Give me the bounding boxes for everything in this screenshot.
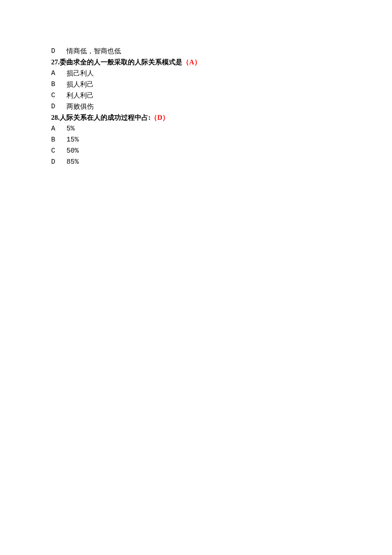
question-27: 27. 委曲求全的人一般采取的人际关系模式是 （A）: [51, 57, 341, 67]
question-text: 委曲求全的人一般采取的人际关系模式是: [60, 57, 182, 67]
question-text: 人际关系在人的成功过程中占:: [60, 113, 150, 123]
question-answer: （A）: [182, 57, 201, 67]
option-text: 50%: [66, 146, 341, 156]
question-number: 28.: [51, 113, 60, 123]
question-number: 27.: [51, 57, 60, 67]
question-28-option-a: A 5%: [51, 124, 341, 134]
option-text: 15%: [66, 135, 341, 145]
option-text: 损人利己: [66, 79, 341, 90]
question-27-option-a: A 损己利人: [51, 68, 341, 78]
question-28-option-b: B 15%: [51, 135, 341, 145]
prev-question-option-d: D 情商低，智商也低: [51, 46, 341, 56]
question-28-option-d: D 85%: [51, 157, 341, 167]
option-letter: A: [51, 68, 66, 78]
option-text: 利人利己: [66, 90, 341, 101]
option-letter: D: [51, 157, 66, 167]
question-27-option-d: D 两败俱伤: [51, 101, 341, 112]
option-letter: B: [51, 79, 66, 90]
option-text: 损己利人: [66, 68, 341, 78]
option-letter: C: [51, 146, 66, 156]
question-28: 28. 人际关系在人的成功过程中占: （D）: [51, 113, 341, 123]
option-letter: D: [51, 46, 66, 56]
option-letter: B: [51, 135, 66, 145]
question-27-option-c: C 利人利己: [51, 90, 341, 101]
question-28-option-c: C 50%: [51, 146, 341, 156]
option-letter: C: [51, 90, 66, 101]
option-letter: A: [51, 124, 66, 134]
option-text: 5%: [66, 124, 341, 134]
option-text: 85%: [66, 157, 341, 167]
option-text: 两败俱伤: [66, 101, 341, 112]
question-27-option-b: B 损人利己: [51, 79, 341, 90]
option-text: 情商低，智商也低: [66, 46, 341, 56]
question-answer: （D）: [150, 113, 169, 123]
option-letter: D: [51, 101, 66, 112]
